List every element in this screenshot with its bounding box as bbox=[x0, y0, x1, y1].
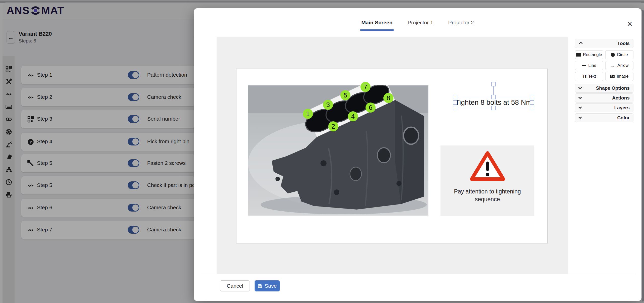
bolt-marker-4[interactable]: 4 bbox=[348, 111, 358, 121]
resize-handle-bottom-mid[interactable] bbox=[491, 106, 496, 110]
chevron-down-icon bbox=[578, 105, 582, 109]
resize-handle-mid-left[interactable] bbox=[453, 100, 457, 105]
resize-handle-mid-right[interactable] bbox=[530, 100, 534, 105]
warning-triangle-icon bbox=[469, 150, 506, 182]
viewport: ANS MAT ← Variant B220 Steps: 8 bbox=[0, 0, 644, 303]
save-button[interactable]: Save bbox=[255, 280, 280, 291]
bolt-marker-5[interactable]: 5 bbox=[340, 90, 350, 100]
chevron-up-icon bbox=[579, 42, 583, 45]
layers-section-header[interactable]: Layers bbox=[575, 103, 633, 112]
tools-section-label: Tools bbox=[617, 41, 630, 46]
bolt-sequence-layer: 1 2 3 4 5 6 7 8 bbox=[248, 85, 428, 216]
bolt-marker-7[interactable]: 7 bbox=[360, 82, 371, 92]
tool-text[interactable]: Tt Text bbox=[575, 72, 603, 81]
tool-arrow[interactable]: → Arrow bbox=[605, 61, 633, 70]
resize-handle-top-right[interactable] bbox=[530, 95, 534, 99]
tool-label: Line bbox=[588, 63, 596, 68]
tab-projector-1[interactable]: Projector 1 bbox=[407, 18, 434, 27]
bolt-marker-6[interactable]: 6 bbox=[366, 103, 376, 113]
bolt-marker-2[interactable]: 2 bbox=[328, 121, 338, 131]
text-icon: Tt bbox=[582, 74, 586, 79]
shape-options-section-header[interactable]: Shape Options bbox=[575, 84, 633, 93]
tool-circle[interactable]: Circle bbox=[605, 50, 633, 59]
rotate-handle[interactable] bbox=[491, 82, 496, 86]
screen-editor-modal: Main Screen Projector 1 Projector 2 × bbox=[194, 8, 641, 301]
layers-label: Layers bbox=[614, 105, 630, 111]
save-label: Save bbox=[265, 283, 277, 289]
tool-label: Image bbox=[617, 74, 628, 79]
tool-label: Circle bbox=[617, 52, 628, 57]
editor-surface: 1 2 3 4 5 6 7 8 Tighten 8 bolts at 58 Nm bbox=[217, 37, 568, 274]
resize-handle-bottom-left[interactable] bbox=[453, 106, 457, 110]
resize-handle-top-left[interactable] bbox=[453, 95, 457, 99]
color-label: Color bbox=[617, 115, 630, 121]
tool-image[interactable]: Image bbox=[605, 72, 633, 81]
shape-options-label: Shape Options bbox=[596, 85, 630, 91]
image-icon bbox=[610, 75, 615, 78]
rectangle-icon bbox=[576, 53, 581, 57]
footer-divider bbox=[201, 274, 635, 274]
save-icon bbox=[258, 284, 262, 288]
warning-text: Pay attention to tightening sequence bbox=[450, 188, 525, 203]
bolt-marker-1[interactable]: 1 bbox=[303, 109, 313, 119]
warning-element[interactable]: Pay attention to tightening sequence bbox=[440, 145, 534, 216]
tool-label: Rectangle bbox=[583, 52, 602, 57]
slide-canvas[interactable]: 1 2 3 4 5 6 7 8 Tighten 8 bolts at 58 Nm bbox=[236, 69, 548, 243]
tool-line[interactable]: Line bbox=[575, 61, 603, 70]
circle-icon bbox=[611, 53, 615, 57]
actions-section-header[interactable]: Actions bbox=[575, 93, 633, 103]
tab-projector-2[interactable]: Projector 2 bbox=[448, 18, 474, 27]
bolt-marker-3[interactable]: 3 bbox=[323, 100, 333, 110]
tool-label: Text bbox=[588, 74, 596, 79]
arrow-icon: → bbox=[610, 63, 615, 68]
line-icon bbox=[582, 65, 586, 66]
actions-label: Actions bbox=[612, 95, 630, 101]
bolt-marker-8[interactable]: 8 bbox=[383, 93, 393, 103]
chevron-down-icon bbox=[578, 115, 582, 119]
chevron-down-icon bbox=[578, 95, 582, 99]
page-scrollbar[interactable] bbox=[642, 10, 644, 301]
resize-handle-bottom-right[interactable] bbox=[530, 106, 534, 110]
cancel-button[interactable]: Cancel bbox=[220, 280, 250, 291]
resize-handle-top-mid[interactable] bbox=[491, 95, 496, 99]
tool-rectangle[interactable]: Rectangle bbox=[575, 50, 603, 59]
tools-section-header[interactable]: Tools bbox=[575, 39, 633, 48]
tool-label: Arrow bbox=[617, 63, 628, 68]
chevron-down-icon bbox=[578, 86, 582, 89]
close-icon[interactable]: × bbox=[627, 19, 632, 28]
tab-main-screen[interactable]: Main Screen bbox=[361, 18, 393, 27]
color-section-header[interactable]: Color bbox=[575, 113, 633, 122]
modal-tab-bar: Main Screen Projector 1 Projector 2 bbox=[194, 8, 641, 37]
